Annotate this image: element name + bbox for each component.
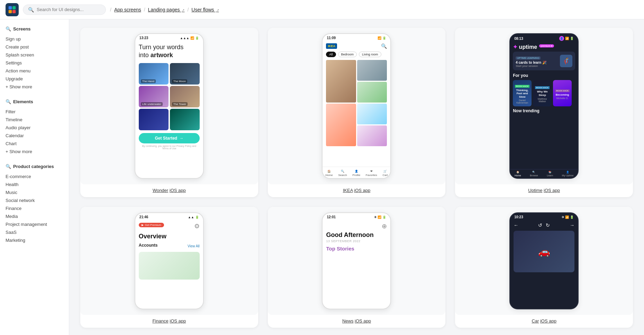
news-menu-icon[interactable]: ⊕ bbox=[382, 222, 387, 230]
uptime-book-1[interactable]: BOOK HACK Thinking, Fast and Slow Daniel… bbox=[513, 80, 532, 106]
search-bar[interactable]: 🔍 bbox=[23, 5, 106, 15]
uptime-book-hack-3: BOOK HACK bbox=[555, 89, 570, 92]
card-finance-screen: 21:46 ▲▲ 🔋 ▶ Get Premium bbox=[80, 207, 258, 315]
uptime-nav-home[interactable]: 🏠Home bbox=[515, 171, 521, 177]
external-link-icon: ↗ bbox=[182, 8, 184, 12]
car-forward-icon[interactable]: → bbox=[570, 222, 574, 228]
uptime-card-avatar: 🦸 bbox=[560, 55, 572, 67]
sidebar-item-upgrade[interactable]: Upgrade bbox=[6, 75, 63, 83]
card-ikea[interactable]: 11:09 📶 🔋 IKEA 🔍 bbox=[268, 28, 446, 197]
svg-rect-1 bbox=[12, 6, 16, 9]
uptime-books: BOOK HACK Thinking, Fast and Slow Daniel… bbox=[513, 80, 575, 106]
sidebar-item-filter[interactable]: Filter bbox=[6, 108, 63, 116]
sidebar-item-chart[interactable]: Chart bbox=[6, 140, 63, 148]
sidebar-item-settings[interactable]: Settings bbox=[6, 59, 63, 67]
finance-phone: 21:46 ▲▲ 🔋 ▶ Get Premium bbox=[135, 212, 204, 309]
finance-view-all[interactable]: View All bbox=[188, 244, 200, 248]
ikea-tab-living-room[interactable]: Living room bbox=[359, 52, 381, 57]
ikea-tabs: All Bedroom Living room bbox=[326, 52, 387, 57]
card-uptime[interactable]: 08:13 👤 📶 🔋 ✦ uptime bbox=[455, 28, 633, 197]
card-wonder[interactable]: 13:23 ▲▲▲ 📶 🔋 Turn your words into artwo… bbox=[80, 28, 258, 197]
sidebar-item-health[interactable]: Health bbox=[6, 180, 63, 188]
uptime-card-text: UPTIME LEARNING 4 cards to learn 🎉 Start… bbox=[516, 54, 557, 68]
sidebar-item-media[interactable]: Media bbox=[6, 212, 63, 220]
screens-show-more[interactable]: + Show more bbox=[6, 83, 63, 91]
car-prev-icon[interactable]: ↺ bbox=[538, 222, 542, 228]
ikea-photo-2 bbox=[357, 60, 387, 81]
sidebar-item-action-menu[interactable]: Action menu bbox=[6, 67, 63, 75]
sidebar-item-marketing[interactable]: Marketing bbox=[6, 236, 63, 244]
card-finance[interactable]: 21:46 ▲▲ 🔋 ▶ Get Premium bbox=[80, 207, 258, 328]
uptime-for-you-title: For you bbox=[513, 73, 575, 78]
uptime-book-cover-3: BOOK HACK Becoming Michelle O. bbox=[553, 80, 572, 106]
car-next-icon[interactable]: ↻ bbox=[546, 222, 550, 228]
card-car-screen: 10:23 ✈ 📶 🔋 ← ↺ ↻ bbox=[455, 207, 633, 315]
search-input[interactable] bbox=[37, 7, 101, 12]
sidebar-item-create-post[interactable]: Create post bbox=[6, 43, 63, 51]
car-status-bar: 10:23 ✈ 📶 🔋 bbox=[510, 213, 578, 220]
wonder-cta-button[interactable]: Get Started → bbox=[139, 133, 200, 143]
uptime-battery-icon: 🔋 bbox=[570, 37, 574, 40]
uptime-profile-icon: 👤 bbox=[559, 36, 564, 41]
uptime-nav-browse[interactable]: 🔍Browse bbox=[530, 171, 538, 177]
wonder-image-6 bbox=[170, 109, 200, 130]
ikea-nav-cart[interactable]: 🛒Cart bbox=[382, 170, 388, 177]
cards-grid: 13:23 ▲▲▲ 📶 🔋 Turn your words into artwo… bbox=[80, 28, 633, 328]
ikea-tab-all[interactable]: All bbox=[326, 52, 336, 57]
sidebar-item-timeline[interactable]: Timeline bbox=[6, 116, 63, 124]
ikea-status-bar: 11:09 📶 🔋 bbox=[323, 34, 390, 41]
uptime-label-rest: iOS app bbox=[544, 188, 560, 193]
sidebar-item-finance[interactable]: Finance bbox=[6, 204, 63, 212]
elements-show-more[interactable]: + Show more bbox=[6, 148, 63, 156]
uptime-nav-my-uptime[interactable]: 👤My Uptime bbox=[562, 171, 573, 177]
breadcrumb-landing-pages[interactable]: Landing pages ↗ bbox=[148, 7, 185, 12]
sidebar-item-calendar[interactable]: Calendar bbox=[6, 132, 63, 140]
sidebar-item-project-management[interactable]: Project management bbox=[6, 220, 63, 228]
wonder-arrow-icon: → bbox=[179, 136, 183, 141]
sidebar-item-music[interactable]: Music bbox=[6, 188, 63, 196]
car-nav-arrows: ← ↺ ↻ → bbox=[514, 222, 574, 228]
uptime-book-hack-1: BOOK HACK bbox=[515, 85, 529, 88]
news-date: 13 September 2022 bbox=[326, 239, 387, 243]
car-back-icon[interactable]: ← bbox=[514, 222, 518, 228]
sidebar-item-ecommerce[interactable]: E-commerce bbox=[6, 173, 63, 180]
sidebar-item-sign-up[interactable]: Sign up bbox=[6, 35, 63, 43]
ikea-nav-fav[interactable]: ❤Favorites bbox=[366, 170, 377, 177]
ikea-tab-bedroom[interactable]: Bedroom bbox=[338, 52, 357, 57]
ikea-time: 11:09 bbox=[327, 36, 336, 40]
sidebar-item-audio-player[interactable]: Audio player bbox=[6, 124, 63, 132]
wonder-footer: By continuing, you agree to our Privacy … bbox=[139, 145, 200, 150]
logo[interactable] bbox=[6, 3, 19, 16]
external-link-icon-2: ↗ bbox=[216, 8, 219, 12]
ikea-nav-profile[interactable]: 👤Profile bbox=[352, 170, 360, 177]
ikea-nav-search[interactable]: 🔍Search bbox=[338, 170, 347, 177]
card-car[interactable]: 10:23 ✈ 📶 🔋 ← ↺ ↻ bbox=[455, 207, 633, 328]
breadcrumb-app-screens[interactable]: App screens bbox=[114, 7, 141, 12]
elements-search-icon: 🔍 bbox=[6, 99, 11, 104]
finance-premium-badge[interactable]: ▶ Get Premium bbox=[139, 223, 164, 227]
uptime-nav-learn[interactable]: 📚Learn bbox=[547, 171, 553, 177]
uptime-book-3[interactable]: BOOK HACK Becoming Michelle O. bbox=[553, 80, 572, 106]
elements-section: 🔍 Elements Filter Timeline Audio player … bbox=[6, 99, 63, 156]
uptime-content: ✦ uptime premium ♥ UPTIME LEARNING 4 car… bbox=[510, 42, 578, 126]
sidebar-item-splash-screen[interactable]: Splash screen bbox=[6, 51, 63, 59]
finance-signal-icon: ▲▲ bbox=[188, 215, 194, 219]
sidebar: 🔍 Screens Sign up Create post Splash scr… bbox=[0, 19, 69, 335]
breadcrumb-separator-2: / bbox=[144, 7, 145, 12]
ikea-search-icon[interactable]: 🔍 bbox=[381, 43, 387, 49]
finance-settings-icon[interactable]: ⚙ bbox=[194, 222, 200, 230]
breadcrumb-user-flows[interactable]: User flows ↗ bbox=[191, 7, 219, 12]
wifi-icon: 📶 bbox=[190, 36, 194, 40]
card-news[interactable]: 12:01 ✈ 📶 🔋 ⊕ Good Afternoon 13 Sept bbox=[268, 207, 446, 328]
finance-accounts-label: Accounts bbox=[139, 243, 158, 248]
ikea-nav-home[interactable]: 🏠Home bbox=[325, 170, 333, 177]
uptime-nav: 🏠Home 🔍Browse 📚Learn 👤My Uptime bbox=[510, 169, 578, 178]
uptime-learning-card[interactable]: UPTIME LEARNING 4 cards to learn 🎉 Start… bbox=[513, 52, 575, 70]
ikea-photo-5 bbox=[357, 104, 387, 124]
sidebar-item-saas[interactable]: SaaS bbox=[6, 228, 63, 236]
uptime-book-2[interactable]: BOOK HACK Why We Sleep Matthew Walker bbox=[533, 80, 552, 106]
uptime-time: 08:13 bbox=[514, 37, 523, 41]
uptime-phone: 08:13 👤 📶 🔋 ✦ uptime bbox=[509, 33, 579, 179]
car-image: 🚗 bbox=[514, 231, 574, 272]
sidebar-item-social-network[interactable]: Social network bbox=[6, 196, 63, 204]
